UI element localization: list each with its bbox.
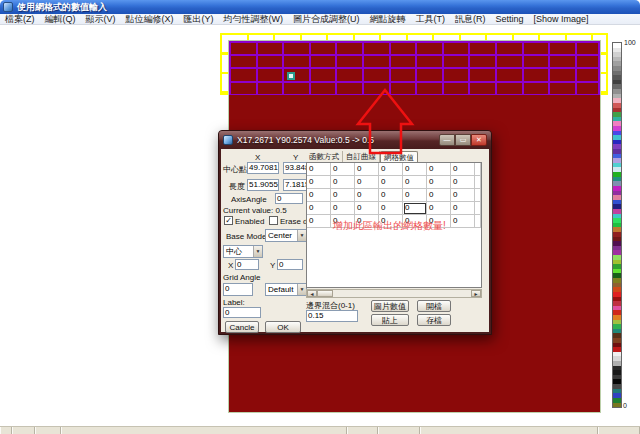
table-hscrollbar[interactable]: ◄ ► [306, 289, 482, 298]
value-input-dialog: X17.2671 Y90.2574 Value:0.5 -> 0.5 — ▭ ✕… [218, 130, 492, 335]
offset-x-label: X [228, 261, 233, 270]
workspace: 100 0 X17.2671 Y90.2574 Value:0.5 -> 0.5… [0, 25, 640, 426]
grid-cell[interactable] [475, 202, 481, 215]
menu-item[interactable]: 工具(T) [411, 14, 451, 25]
grid-cell[interactable]: 0 [379, 163, 403, 176]
grid-cell[interactable]: 0 [379, 189, 403, 202]
grid-cell[interactable]: 0 [307, 189, 331, 202]
grid-cell[interactable]: 0 [451, 202, 475, 215]
grid-cell[interactable]: 0 [427, 202, 451, 215]
length-x-field[interactable]: 51.9055 [247, 179, 279, 191]
grid-cell[interactable]: 0 [331, 163, 355, 176]
selected-point-marker[interactable] [287, 72, 295, 80]
maximize-icon[interactable]: ▭ [455, 134, 471, 146]
grid-cell[interactable] [475, 163, 481, 176]
grid-cell[interactable]: 0 [403, 189, 427, 202]
cancel-button[interactable]: Cancle [225, 321, 259, 333]
image-values-button[interactable]: 圖片數值 [371, 300, 409, 312]
grid-cell[interactable]: 0 [427, 163, 451, 176]
close-icon[interactable]: ✕ [471, 134, 487, 146]
dialog-icon [223, 135, 233, 145]
grid-cell[interactable] [475, 176, 481, 189]
grid-cell[interactable]: 0 [403, 202, 427, 215]
menu-item[interactable]: 均勻性調整(W) [219, 14, 289, 25]
grid-cell[interactable]: 0 [307, 215, 331, 228]
menu-item[interactable]: 圖片合成調整(U) [288, 14, 365, 25]
dialog-body: X Y 中心點 49.7081 93.8482 長度 51.9055 7.181… [221, 149, 489, 332]
app-icon [3, 2, 13, 12]
grid-cell[interactable]: 0 [427, 189, 451, 202]
grid-cell[interactable] [475, 189, 481, 202]
scrollbar-thumb[interactable] [317, 290, 333, 297]
axis-angle-field[interactable]: 0 [275, 193, 303, 204]
grid-cell[interactable]: 0 [451, 189, 475, 202]
grid-cell[interactable]: 0 [379, 176, 403, 189]
title-bar[interactable]: 使用網格式的數值輸入 [0, 0, 640, 14]
offset-y-field[interactable]: 0 [277, 259, 303, 270]
menu-item[interactable]: Setting [491, 14, 529, 25]
tab-0[interactable]: 函數方式 [306, 151, 343, 162]
ok-button[interactable]: OK [265, 321, 301, 333]
grid-cell[interactable]: 0 [451, 163, 475, 176]
status-panel [347, 427, 378, 434]
offset-y-label: Y [270, 261, 275, 270]
base-mode-label: Base Mode [226, 232, 266, 241]
grid-cell[interactable]: 0 [355, 163, 379, 176]
grid-cell[interactable]: 0 [331, 176, 355, 189]
grid-cell[interactable]: 0 [355, 202, 379, 215]
chevron-down-icon: ▼ [297, 284, 306, 295]
save-file-button[interactable]: 存檔 [417, 314, 451, 326]
menu-item[interactable]: 檔案(Z) [0, 14, 40, 25]
enabled-label: Enabled [235, 217, 264, 226]
scale-segment [613, 403, 621, 408]
menu-item[interactable]: 顯示(V) [81, 14, 121, 25]
current-value-label: Current value: 0.5 [223, 206, 287, 215]
menu-item[interactable]: 網點旋轉 [365, 14, 411, 25]
menu-item[interactable]: 匯出(Y) [179, 14, 219, 25]
grid-cell[interactable] [475, 215, 481, 228]
column-header-y: Y [293, 153, 298, 162]
grid-cell[interactable]: 0 [355, 176, 379, 189]
minimize-icon[interactable]: — [439, 134, 455, 146]
grid-cell[interactable]: 0 [331, 202, 355, 215]
paste-button[interactable]: 貼上 [371, 314, 409, 326]
scroll-right-icon[interactable]: ► [471, 290, 481, 297]
scrollbar-track[interactable] [333, 290, 471, 297]
chevron-down-icon: ▼ [297, 230, 306, 241]
base-mode-select[interactable]: Center ▼ [265, 229, 307, 242]
grid-cell[interactable]: 0 [403, 176, 427, 189]
grid-cell[interactable]: 0 [307, 176, 331, 189]
blend-field[interactable]: 0.15 [306, 310, 358, 322]
status-panel [61, 427, 347, 434]
grid-angle-label: Grid Angle [223, 273, 260, 282]
menu-item[interactable]: 點位編修(X) [121, 14, 179, 25]
grid-cell[interactable]: 0 [307, 163, 331, 176]
grid-cell[interactable]: 0 [451, 215, 475, 228]
grid-cell[interactable]: 0 [307, 202, 331, 215]
menu-item[interactable]: 編輯(Q) [40, 14, 81, 25]
erase-dots-checkbox[interactable] [269, 216, 278, 225]
label-field[interactable]: 0 [223, 307, 261, 318]
grid-cell[interactable]: 0 [331, 189, 355, 202]
offset-x-field[interactable]: 0 [235, 259, 259, 270]
column-header-x: X [255, 153, 260, 162]
center-x-field[interactable]: 49.7081 [247, 162, 279, 174]
grid-angle-field[interactable]: 0 [223, 283, 253, 296]
grid-count-annotation: 增加此區輸出的網格數量! [333, 219, 446, 233]
enabled-checkbox[interactable]: ✓ [224, 216, 233, 225]
grid-cell[interactable]: 0 [355, 189, 379, 202]
status-panel [35, 427, 61, 434]
grid-cell[interactable]: 0 [379, 202, 403, 215]
grid-cell[interactable]: 0 [451, 176, 475, 189]
scroll-left-icon[interactable]: ◄ [307, 290, 317, 297]
open-file-button[interactable]: 開檔 [417, 300, 451, 312]
menu-item[interactable]: 訊息(R) [450, 14, 491, 25]
grid-cell[interactable]: 0 [427, 176, 451, 189]
scale-max-label: 100 [624, 39, 636, 46]
grid-cell[interactable]: 0 [403, 163, 427, 176]
anchor-select[interactable]: 中心 ▼ [223, 245, 263, 258]
menu-item[interactable]: [Show Image] [529, 14, 594, 25]
status-panel [0, 427, 12, 434]
grid-angle-mode-select[interactable]: Default ▼ [265, 283, 307, 296]
length-label: 長度 [229, 181, 245, 192]
